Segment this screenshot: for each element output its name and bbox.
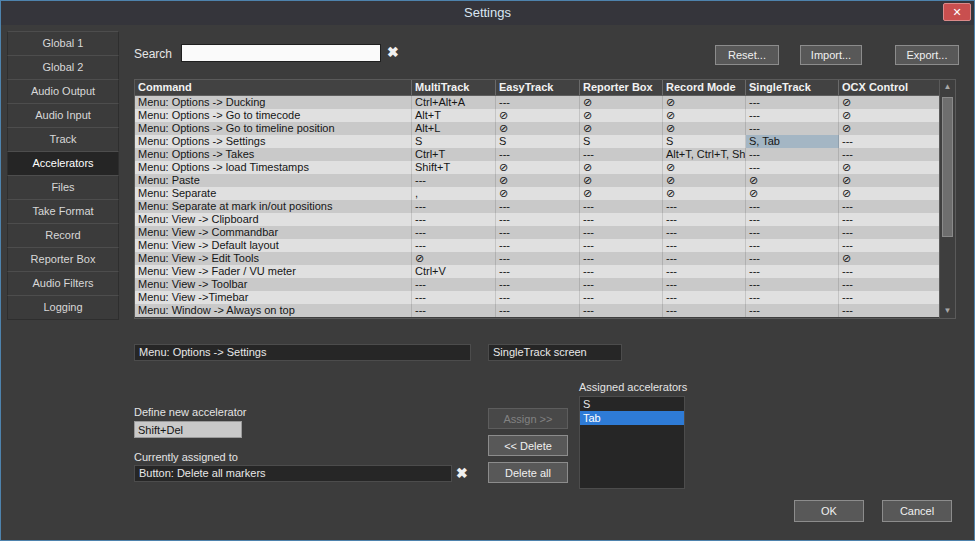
shortcut-cell[interactable]: ⊘ bbox=[746, 174, 839, 187]
sidebar-item-logging[interactable]: Logging bbox=[7, 295, 119, 320]
shortcut-cell[interactable]: --- bbox=[412, 213, 496, 226]
column-header[interactable]: Reporter Box bbox=[580, 80, 663, 95]
command-cell[interactable]: Menu: View -> Fader / VU meter bbox=[135, 265, 412, 278]
shortcut-cell[interactable]: ⊘ bbox=[496, 174, 580, 187]
shortcut-cell[interactable]: ⊘ bbox=[839, 252, 940, 265]
table-row[interactable]: Menu: Separate,⊘⊘⊘⊘⊘ bbox=[135, 187, 940, 200]
assigned-accelerators-list[interactable]: STab bbox=[579, 396, 685, 489]
table-row[interactable]: Menu: View -> Fader / VU meterCtrl+V----… bbox=[135, 265, 940, 278]
sidebar-item-track[interactable]: Track bbox=[7, 127, 119, 152]
shortcut-cell[interactable]: ⊘ bbox=[663, 187, 746, 200]
shortcut-cell[interactable]: ⊘ bbox=[580, 161, 663, 174]
shortcut-cell[interactable]: --- bbox=[496, 226, 580, 239]
shortcut-cell[interactable]: --- bbox=[412, 200, 496, 213]
table-row[interactable]: Menu: Options -> TakesCtrl+T------Alt+T,… bbox=[135, 148, 940, 161]
shortcut-cell[interactable]: --- bbox=[580, 252, 663, 265]
table-row[interactable]: Menu: Options -> load TimestampsShift+T⊘… bbox=[135, 161, 940, 174]
shortcut-cell[interactable]: --- bbox=[412, 239, 496, 252]
shortcut-cell[interactable]: Alt+T bbox=[412, 109, 496, 122]
shortcut-cell[interactable]: --- bbox=[746, 252, 839, 265]
shortcut-cell[interactable]: --- bbox=[412, 291, 496, 304]
shortcut-cell[interactable]: ⊘ bbox=[580, 109, 663, 122]
shortcut-cell[interactable]: --- bbox=[746, 96, 839, 109]
shortcut-cell[interactable]: --- bbox=[746, 226, 839, 239]
shortcut-cell[interactable]: ⊘ bbox=[496, 161, 580, 174]
shortcut-cell[interactable]: --- bbox=[580, 291, 663, 304]
delete-accelerator-button[interactable]: << Delete bbox=[488, 435, 568, 456]
shortcut-cell[interactable]: --- bbox=[663, 252, 746, 265]
command-cell[interactable]: Menu: Options -> Settings bbox=[135, 135, 412, 148]
shortcut-cell[interactable]: ⊘ bbox=[580, 174, 663, 187]
shortcut-cell[interactable]: ⊘ bbox=[839, 109, 940, 122]
scrollbar-thumb[interactable] bbox=[942, 97, 953, 237]
sidebar-item-audio-filters[interactable]: Audio Filters bbox=[7, 271, 119, 296]
shortcut-cell[interactable]: S bbox=[496, 135, 580, 148]
command-cell[interactable]: Menu: Paste bbox=[135, 174, 412, 187]
table-row[interactable]: Menu: Options -> DuckingCtrl+Alt+A---⊘⊘-… bbox=[135, 96, 940, 109]
shortcut-cell[interactable]: --- bbox=[839, 278, 940, 291]
shortcut-cell[interactable]: ⊘ bbox=[663, 174, 746, 187]
shortcut-cell[interactable]: --- bbox=[839, 291, 940, 304]
sidebar-item-record[interactable]: Record bbox=[7, 223, 119, 248]
cancel-button[interactable]: Cancel bbox=[882, 500, 952, 522]
table-row[interactable]: Menu: Paste---⊘⊘⊘⊘⊘ bbox=[135, 174, 940, 187]
column-header[interactable]: MultiTrack bbox=[412, 80, 496, 95]
shortcut-cell[interactable]: ⊘ bbox=[580, 122, 663, 135]
shortcut-cell[interactable]: --- bbox=[663, 265, 746, 278]
shortcut-cell[interactable]: S bbox=[580, 135, 663, 148]
shortcut-cell[interactable]: --- bbox=[663, 213, 746, 226]
ok-button[interactable]: OK bbox=[794, 500, 864, 522]
shortcut-cell[interactable]: --- bbox=[663, 291, 746, 304]
shortcut-cell[interactable]: --- bbox=[412, 174, 496, 187]
shortcut-cell[interactable]: --- bbox=[839, 239, 940, 252]
shortcut-cell[interactable]: ⊘ bbox=[580, 96, 663, 109]
shortcut-cell[interactable]: --- bbox=[580, 200, 663, 213]
shortcut-cell[interactable]: --- bbox=[496, 213, 580, 226]
shortcut-cell[interactable]: Alt+T, Ctrl+T, Shi bbox=[663, 148, 746, 161]
command-cell[interactable]: Menu: View ->Timebar bbox=[135, 291, 412, 304]
shortcut-cell[interactable]: ⊘ bbox=[663, 109, 746, 122]
table-row[interactable]: Menu: View -> Default layout------------… bbox=[135, 239, 940, 252]
command-cell[interactable]: Menu: View -> Clipboard bbox=[135, 213, 412, 226]
sidebar-item-audio-input[interactable]: Audio Input bbox=[7, 103, 119, 128]
shortcut-cell[interactable]: --- bbox=[580, 226, 663, 239]
sidebar-item-global-2[interactable]: Global 2 bbox=[7, 55, 119, 80]
shortcut-cell[interactable]: ⊘ bbox=[839, 96, 940, 109]
shortcut-cell[interactable]: --- bbox=[412, 304, 496, 317]
close-button[interactable]: ✕ bbox=[943, 3, 971, 21]
shortcut-cell[interactable]: --- bbox=[746, 278, 839, 291]
shortcut-cell[interactable]: --- bbox=[496, 96, 580, 109]
shortcut-cell[interactable]: S bbox=[412, 135, 496, 148]
shortcut-cell[interactable]: ⊘ bbox=[663, 161, 746, 174]
shortcut-cell[interactable]: Ctrl+T bbox=[412, 148, 496, 161]
command-cell[interactable]: Menu: Options -> Takes bbox=[135, 148, 412, 161]
shortcut-cell[interactable]: --- bbox=[496, 278, 580, 291]
sidebar-item-take-format[interactable]: Take Format bbox=[7, 199, 119, 224]
shortcut-cell[interactable]: ⊘ bbox=[496, 122, 580, 135]
table-row[interactable]: Menu: Separate at mark in/out positions-… bbox=[135, 200, 940, 213]
shortcut-cell[interactable]: --- bbox=[746, 291, 839, 304]
shortcut-cell[interactable]: --- bbox=[580, 304, 663, 317]
shortcut-cell[interactable]: --- bbox=[496, 148, 580, 161]
shortcut-cell[interactable]: --- bbox=[663, 278, 746, 291]
shortcut-cell[interactable]: --- bbox=[746, 109, 839, 122]
sidebar-item-files[interactable]: Files bbox=[7, 175, 119, 200]
shortcut-cell[interactable]: --- bbox=[496, 304, 580, 317]
shortcut-cell[interactable]: --- bbox=[839, 200, 940, 213]
shortcut-cell[interactable]: --- bbox=[580, 265, 663, 278]
shortcut-cell[interactable]: Alt+L bbox=[412, 122, 496, 135]
shortcut-cell[interactable]: --- bbox=[580, 213, 663, 226]
column-header[interactable]: SingleTrack bbox=[746, 80, 839, 95]
reset-button[interactable]: Reset... bbox=[715, 45, 779, 65]
column-header[interactable]: Command bbox=[135, 80, 412, 95]
shortcut-cell[interactable]: ⊘ bbox=[412, 252, 496, 265]
command-cell[interactable]: Menu: View -> Default layout bbox=[135, 239, 412, 252]
shortcut-cell[interactable]: --- bbox=[663, 226, 746, 239]
shortcut-cell[interactable]: , bbox=[412, 187, 496, 200]
shortcut-cell[interactable]: --- bbox=[746, 304, 839, 317]
shortcut-cell[interactable]: --- bbox=[746, 161, 839, 174]
shortcut-cell[interactable]: --- bbox=[746, 122, 839, 135]
sidebar-item-global-1[interactable]: Global 1 bbox=[7, 31, 119, 56]
shortcut-cell[interactable]: --- bbox=[496, 239, 580, 252]
shortcut-cell[interactable]: ⊘ bbox=[496, 187, 580, 200]
